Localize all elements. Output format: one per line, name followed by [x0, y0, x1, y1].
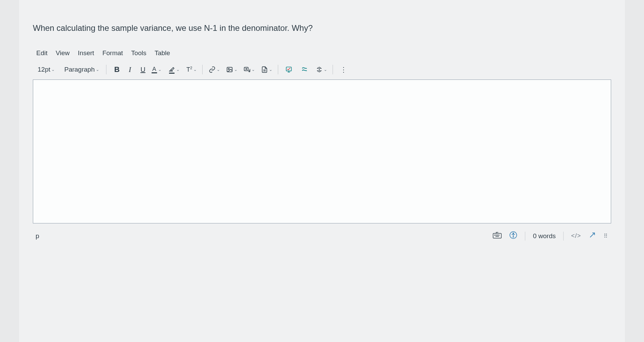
- image-button[interactable]: ⌄: [225, 64, 238, 75]
- math-button[interactable]: [299, 64, 310, 75]
- embed-icon: [316, 66, 323, 73]
- keyboard-icon: [493, 232, 502, 239]
- highlight-color-button[interactable]: ⌄: [167, 64, 180, 75]
- word-count: 0 words: [533, 232, 556, 240]
- media-icon: [244, 66, 250, 73]
- editor-menubar: Edit View Insert Format Tools Table: [33, 47, 611, 62]
- menu-view[interactable]: View: [56, 49, 70, 57]
- svg-point-1: [228, 69, 229, 70]
- editor-statusbar: p 0 words </> ⠿: [33, 223, 611, 242]
- font-size-select[interactable]: 12pt ⌄: [36, 66, 57, 73]
- menu-table[interactable]: Table: [155, 49, 170, 57]
- svg-point-12: [498, 235, 498, 235]
- underline-button[interactable]: U: [137, 64, 149, 75]
- menu-insert[interactable]: Insert: [78, 49, 94, 57]
- toolbar-separator: [106, 65, 106, 74]
- document-button[interactable]: ⌄: [260, 64, 273, 75]
- block-format-select[interactable]: Paragraph ⌄: [62, 66, 101, 73]
- bold-button[interactable]: B: [111, 64, 123, 75]
- toolbar-separator: [333, 65, 333, 74]
- chevron-down-icon: ⌄: [51, 67, 55, 72]
- font-size-label: 12pt: [38, 66, 50, 73]
- chevron-down-icon: ⌄: [193, 67, 197, 72]
- chevron-down-icon: ⌄: [269, 67, 272, 72]
- accessibility-icon: [509, 231, 517, 239]
- fullscreen-icon: [589, 231, 596, 239]
- resize-handle[interactable]: ⠿: [604, 235, 608, 237]
- svg-point-13: [499, 235, 500, 235]
- html-view-button[interactable]: </>: [571, 232, 581, 240]
- chevron-down-icon: ⌄: [96, 67, 99, 72]
- statusbar-separator: [525, 232, 525, 241]
- element-path[interactable]: p: [36, 232, 493, 240]
- keyboard-button[interactable]: [493, 232, 502, 240]
- menu-edit[interactable]: Edit: [36, 49, 48, 57]
- svg-point-10: [495, 235, 495, 235]
- apps-button[interactable]: [283, 64, 295, 75]
- statusbar-separator: [563, 232, 564, 241]
- menu-format[interactable]: Format: [102, 49, 123, 57]
- more-button[interactable]: ⋮: [338, 64, 349, 75]
- chevron-down-icon: ⌄: [234, 67, 237, 72]
- rich-text-editor: Edit View Insert Format Tools Table 12pt…: [19, 47, 625, 242]
- svg-rect-9: [493, 233, 501, 238]
- text-color-icon: A: [152, 66, 157, 73]
- chevron-down-icon: ⌄: [252, 67, 255, 72]
- document-icon: [261, 66, 268, 73]
- editor-content-area[interactable]: [33, 80, 611, 223]
- svg-line-17: [590, 233, 595, 237]
- chevron-down-icon: ⌄: [324, 67, 327, 72]
- math-icon: [301, 66, 308, 73]
- svg-point-16: [513, 233, 514, 234]
- fullscreen-button[interactable]: [589, 231, 596, 241]
- editor-panel: When calculating the sample variance, we…: [19, 0, 625, 342]
- link-icon: [209, 66, 216, 73]
- accessibility-button[interactable]: [509, 231, 517, 241]
- chevron-down-icon: ⌄: [176, 67, 180, 72]
- drag-handle-icon: ⠿: [604, 233, 608, 239]
- more-vertical-icon: ⋮: [340, 68, 347, 71]
- image-icon: [226, 66, 233, 73]
- media-button[interactable]: ⌄: [242, 64, 256, 75]
- italic-button[interactable]: I: [124, 64, 136, 75]
- svg-point-11: [496, 235, 497, 235]
- superscript-icon: T2: [186, 66, 192, 73]
- toolbar-separator: [202, 65, 203, 74]
- chevron-down-icon: ⌄: [158, 67, 162, 72]
- block-format-label: Paragraph: [64, 66, 95, 73]
- highlight-icon: [168, 65, 175, 74]
- embed-button[interactable]: ⌄: [314, 64, 328, 75]
- editor-toolbar: 12pt ⌄ Paragraph ⌄ B I U A ⌄: [33, 62, 611, 80]
- menu-tools[interactable]: Tools: [131, 49, 146, 57]
- toolbar-separator: [278, 65, 278, 74]
- text-color-button[interactable]: A ⌄: [150, 64, 162, 75]
- link-button[interactable]: ⌄: [207, 64, 221, 75]
- apps-icon: [285, 66, 292, 73]
- chevron-down-icon: ⌄: [217, 67, 220, 72]
- superscript-button[interactable]: T2 ⌄: [185, 64, 197, 75]
- question-prompt: When calculating the sample variance, we…: [19, 14, 625, 47]
